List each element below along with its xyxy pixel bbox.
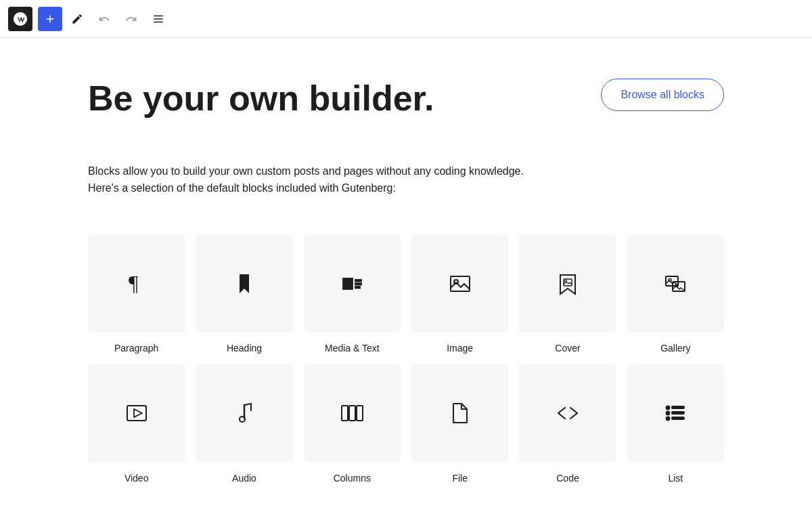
block-item-gallery[interactable]: Gallery xyxy=(627,235,724,354)
svg-rect-18 xyxy=(357,406,363,421)
svg-point-23 xyxy=(667,417,670,420)
block-icon-box-gallery xyxy=(627,235,724,332)
browse-all-blocks-button[interactable]: Browse all blocks xyxy=(601,79,724,111)
page-title: Be your own builder. xyxy=(88,79,434,119)
block-icon-box-cover xyxy=(519,235,616,332)
block-label-columns: Columns xyxy=(334,473,371,484)
block-item-file[interactable]: File xyxy=(411,364,508,483)
redo-button[interactable] xyxy=(119,7,143,31)
svg-rect-20 xyxy=(672,406,684,408)
svg-rect-1 xyxy=(343,278,353,289)
block-label-audio: Audio xyxy=(232,473,256,484)
block-label-paragraph: Paragraph xyxy=(114,343,158,354)
block-label-video: Video xyxy=(125,473,149,484)
block-item-heading[interactable]: Heading xyxy=(196,235,292,354)
block-icon-box-file xyxy=(411,364,508,461)
svg-rect-3 xyxy=(355,283,361,285)
block-item-cover[interactable]: Cover xyxy=(519,235,616,354)
block-icon-box-columns xyxy=(304,364,401,461)
toolbar xyxy=(0,0,812,38)
svg-point-19 xyxy=(667,406,670,409)
svg-point-21 xyxy=(667,411,670,415)
redo-icon xyxy=(125,13,137,25)
block-label-gallery: Gallery xyxy=(660,343,690,354)
svg-text:¶: ¶ xyxy=(129,271,139,295)
block-item-list[interactable]: List xyxy=(627,364,724,483)
block-item-code[interactable]: Code xyxy=(519,364,616,483)
block-label-list: List xyxy=(668,473,683,484)
heading-icon xyxy=(229,269,259,299)
svg-marker-14 xyxy=(134,409,142,417)
image-icon xyxy=(445,269,475,299)
block-item-media-text[interactable]: Media & Text xyxy=(304,235,401,354)
block-icon-box-paragraph: ¶ xyxy=(88,235,185,332)
blocks-grid-row2: Video Audio Col xyxy=(88,364,724,483)
list-view-icon xyxy=(152,13,164,25)
svg-rect-22 xyxy=(672,412,684,414)
header-row: Be your own builder. Browse all blocks xyxy=(88,79,724,141)
block-icon-box-list xyxy=(627,364,724,461)
block-label-image: Image xyxy=(447,343,473,354)
plus-icon xyxy=(44,13,56,25)
file-icon xyxy=(445,398,475,428)
page-description: Blocks allow you to build your own custo… xyxy=(88,163,562,197)
pencil-icon xyxy=(71,13,83,25)
video-icon xyxy=(122,398,152,428)
block-icon-box-code xyxy=(519,364,616,461)
tools-button[interactable] xyxy=(65,7,89,31)
svg-rect-4 xyxy=(355,286,360,289)
main-content: Be your own builder. Browse all blocks B… xyxy=(34,38,778,524)
svg-rect-17 xyxy=(349,406,355,421)
block-label-cover: Cover xyxy=(555,343,580,354)
add-block-button[interactable] xyxy=(38,7,62,31)
block-item-columns[interactable]: Columns xyxy=(304,364,401,483)
block-icon-box-audio xyxy=(196,364,292,461)
gallery-icon xyxy=(660,269,690,299)
block-label-heading: Heading xyxy=(227,343,262,354)
wordpress-logo xyxy=(8,7,32,31)
media-text-icon xyxy=(337,269,367,299)
svg-rect-16 xyxy=(342,406,348,421)
columns-icon xyxy=(337,398,367,428)
list-icon xyxy=(660,398,690,428)
block-label-media-text: Media & Text xyxy=(325,343,380,354)
blocks-grid-row1: ¶ Paragraph Heading xyxy=(88,235,724,354)
paragraph-icon: ¶ xyxy=(122,269,152,299)
block-label-file: File xyxy=(452,473,468,484)
block-icon-box-video xyxy=(88,364,185,461)
block-item-audio[interactable]: Audio xyxy=(196,364,292,483)
block-icon-box-image xyxy=(411,235,508,332)
block-item-paragraph[interactable]: ¶ Paragraph xyxy=(88,235,185,354)
code-icon xyxy=(553,398,583,428)
svg-rect-5 xyxy=(451,276,470,291)
undo-icon xyxy=(98,13,110,25)
svg-rect-13 xyxy=(127,406,146,421)
block-item-image[interactable]: Image xyxy=(411,235,508,354)
block-label-code: Code xyxy=(556,473,579,484)
block-icon-box-heading xyxy=(196,235,292,332)
wp-logo-icon xyxy=(12,11,28,27)
document-overview-button[interactable] xyxy=(146,7,171,31)
cover-icon xyxy=(553,269,583,299)
svg-rect-24 xyxy=(672,417,684,419)
audio-icon xyxy=(229,398,259,428)
block-item-video[interactable]: Video xyxy=(88,364,185,483)
undo-button[interactable] xyxy=(92,7,116,31)
svg-rect-2 xyxy=(355,280,361,282)
block-icon-box-media-text xyxy=(304,235,401,332)
